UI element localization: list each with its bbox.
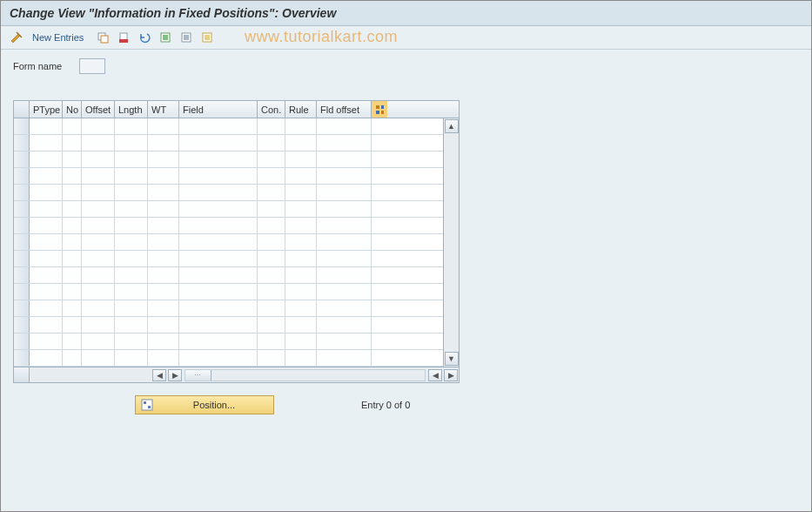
table-cell[interactable] xyxy=(82,267,115,283)
table-cell[interactable] xyxy=(258,251,285,266)
scroll-right2-icon[interactable]: ▶ xyxy=(444,369,458,381)
table-cell[interactable] xyxy=(179,267,258,283)
table-cell[interactable] xyxy=(179,284,258,300)
table-cell[interactable] xyxy=(82,234,115,250)
table-cell[interactable] xyxy=(285,284,317,300)
table-cell[interactable] xyxy=(179,152,258,167)
table-cell[interactable] xyxy=(179,317,258,333)
table-cell[interactable] xyxy=(115,284,148,300)
deselect-all-icon[interactable] xyxy=(198,29,216,46)
column-header[interactable]: No xyxy=(63,101,82,118)
table-cell[interactable] xyxy=(258,267,285,283)
copy-icon[interactable] xyxy=(94,29,111,46)
scroll-up-icon[interactable]: ▲ xyxy=(445,119,459,133)
delete-icon[interactable] xyxy=(115,29,132,46)
table-cell[interactable] xyxy=(148,251,179,266)
row-selector[interactable] xyxy=(14,333,30,349)
table-cell[interactable] xyxy=(148,317,179,333)
table-cell[interactable] xyxy=(258,284,285,300)
table-cell[interactable] xyxy=(285,251,317,266)
table-cell[interactable] xyxy=(285,267,317,283)
table-cell[interactable] xyxy=(30,234,63,250)
table-cell[interactable] xyxy=(82,333,115,349)
table-cell[interactable] xyxy=(63,267,82,283)
table-cell[interactable] xyxy=(30,135,63,151)
table-cell[interactable] xyxy=(115,267,148,283)
table-cell[interactable] xyxy=(148,267,179,283)
table-cell[interactable] xyxy=(285,168,317,184)
table-cell[interactable] xyxy=(63,135,82,151)
table-cell[interactable] xyxy=(179,185,258,200)
table-cell[interactable] xyxy=(285,350,317,366)
table-cell[interactable] xyxy=(179,350,258,366)
column-header[interactable]: Offset xyxy=(82,101,115,118)
table-cell[interactable] xyxy=(148,218,179,233)
table-cell[interactable] xyxy=(148,185,179,200)
table-cell[interactable] xyxy=(30,251,63,266)
table-cell[interactable] xyxy=(148,333,179,349)
row-selector[interactable] xyxy=(14,350,30,366)
pencil-toggle-icon[interactable] xyxy=(8,29,25,46)
table-cell[interactable] xyxy=(115,333,148,349)
table-cell[interactable] xyxy=(179,218,258,233)
table-cell[interactable] xyxy=(30,152,63,167)
table-cell[interactable] xyxy=(148,168,179,184)
table-cell[interactable] xyxy=(285,135,317,151)
table-cell[interactable] xyxy=(317,201,372,217)
table-cell[interactable] xyxy=(317,118,372,134)
table-cell[interactable] xyxy=(63,218,82,233)
table-cell[interactable] xyxy=(285,300,317,316)
table-cell[interactable] xyxy=(115,234,148,250)
table-cell[interactable] xyxy=(317,333,372,349)
column-header[interactable]: Lngth xyxy=(115,101,148,118)
row-selector[interactable] xyxy=(14,234,30,250)
table-cell[interactable] xyxy=(148,201,179,217)
table-cell[interactable] xyxy=(63,333,82,349)
table-cell[interactable] xyxy=(258,234,285,250)
row-selector[interactable] xyxy=(14,168,30,184)
table-cell[interactable] xyxy=(30,317,63,333)
table-cell[interactable] xyxy=(148,350,179,366)
table-cell[interactable] xyxy=(115,185,148,200)
table-cell[interactable] xyxy=(317,218,372,233)
undo-icon[interactable] xyxy=(136,29,153,46)
table-cell[interactable] xyxy=(115,118,148,134)
row-selector[interactable] xyxy=(14,152,30,167)
table-cell[interactable] xyxy=(285,152,317,167)
column-header[interactable]: PType xyxy=(30,101,63,118)
table-cell[interactable] xyxy=(179,201,258,217)
position-button[interactable]: Position... xyxy=(135,395,274,414)
table-cell[interactable] xyxy=(30,267,63,283)
table-cell[interactable] xyxy=(317,284,372,300)
table-cell[interactable] xyxy=(317,185,372,200)
scroll-right-icon[interactable]: ▶ xyxy=(168,369,182,381)
table-cell[interactable] xyxy=(63,300,82,316)
table-cell[interactable] xyxy=(115,300,148,316)
table-cell[interactable] xyxy=(317,135,372,151)
table-cell[interactable] xyxy=(115,135,148,151)
table-cell[interactable] xyxy=(30,350,63,366)
scroll-down-icon[interactable]: ▼ xyxy=(445,352,459,366)
table-cell[interactable] xyxy=(82,152,115,167)
table-cell[interactable] xyxy=(30,168,63,184)
table-cell[interactable] xyxy=(317,251,372,266)
table-cell[interactable] xyxy=(30,201,63,217)
table-cell[interactable] xyxy=(285,234,317,250)
table-cell[interactable] xyxy=(82,218,115,233)
table-cell[interactable] xyxy=(115,152,148,167)
table-cell[interactable] xyxy=(285,201,317,217)
table-cell[interactable] xyxy=(317,267,372,283)
table-cell[interactable] xyxy=(63,234,82,250)
table-cell[interactable] xyxy=(179,300,258,316)
table-cell[interactable] xyxy=(258,185,285,200)
table-cell[interactable] xyxy=(30,284,63,300)
table-cell[interactable] xyxy=(115,350,148,366)
table-cell[interactable] xyxy=(258,152,285,167)
table-cell[interactable] xyxy=(317,350,372,366)
horizontal-scrollbar[interactable]: ◀ ▶ ⋯ ◀ ▶ xyxy=(14,367,459,382)
table-cell[interactable] xyxy=(148,300,179,316)
scroll-left-icon[interactable]: ◀ xyxy=(152,369,166,381)
table-cell[interactable] xyxy=(285,118,317,134)
table-cell[interactable] xyxy=(258,333,285,349)
column-header[interactable]: Con. xyxy=(258,101,285,118)
